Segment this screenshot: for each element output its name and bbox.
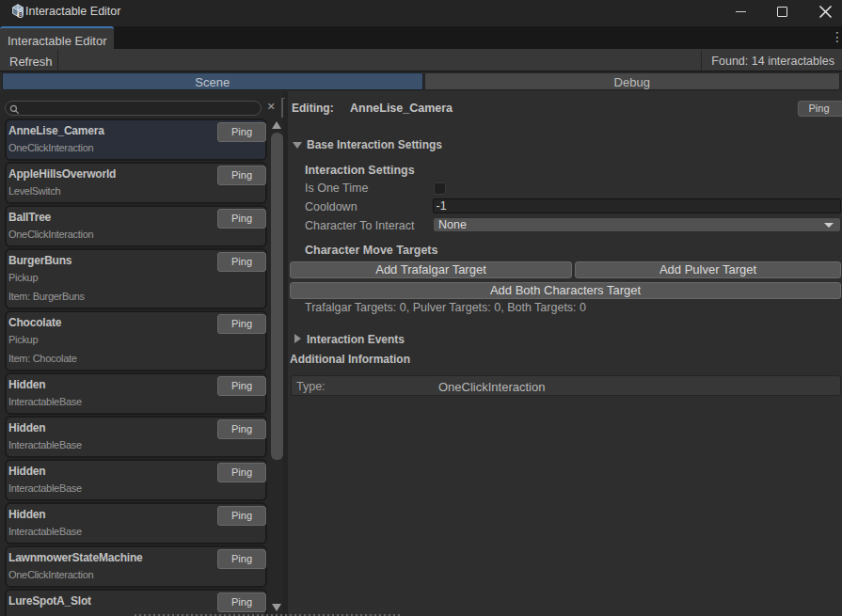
svg-text:8: 8 <box>19 11 23 18</box>
